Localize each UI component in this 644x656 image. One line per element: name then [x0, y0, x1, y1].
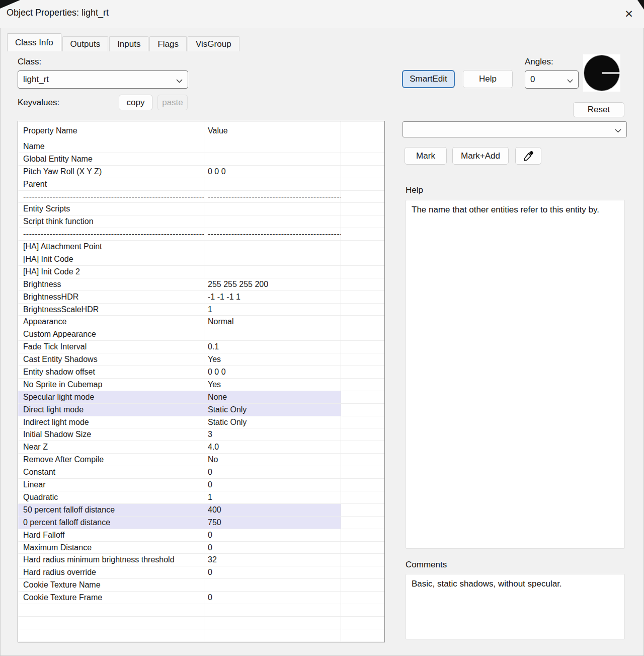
- table-row[interactable]: Hard radius override0: [18, 566, 384, 579]
- property-value-cell[interactable]: [204, 617, 341, 629]
- property-value-cell[interactable]: [204, 328, 341, 340]
- property-name-cell[interactable]: Cookie Texture Frame: [18, 592, 204, 604]
- property-name-cell[interactable]: Script think function: [18, 215, 204, 228]
- table-row[interactable]: Maximum Distance0: [18, 542, 384, 554]
- paste-button[interactable]: paste: [157, 95, 188, 110]
- property-name-cell[interactable]: Specular light mode: [18, 391, 204, 403]
- table-row[interactable]: Entity shadow offset0 0 0: [18, 366, 384, 379]
- column-header-property-name[interactable]: Property Name: [18, 121, 204, 140]
- property-name-cell[interactable]: Hard radius minimum brightness threshold: [18, 554, 204, 566]
- table-row[interactable]: Brightness255 255 255 200: [18, 278, 384, 291]
- tab-flags[interactable]: Flags: [149, 36, 187, 51]
- property-value-cell[interactable]: Normal: [204, 316, 341, 328]
- property-name-cell[interactable]: Custom Appearance: [18, 328, 204, 340]
- property-name-cell[interactable]: Cookie Texture Name: [18, 579, 204, 591]
- property-value-cell[interactable]: 0: [204, 479, 341, 491]
- property-value-cell[interactable]: 1: [204, 491, 341, 503]
- property-value-cell[interactable]: [204, 140, 341, 153]
- property-name-cell[interactable]: Fade Tick Interval: [18, 341, 204, 353]
- table-row[interactable]: Hard radius minimum brightness threshold…: [18, 554, 384, 566]
- table-row[interactable]: Linear0: [18, 479, 384, 491]
- table-row[interactable]: Name: [18, 140, 384, 153]
- property-name-cell[interactable]: Appearance: [18, 316, 204, 328]
- property-value-cell[interactable]: None: [204, 391, 341, 403]
- tab-visgroup[interactable]: VisGroup: [188, 36, 239, 51]
- property-value-cell[interactable]: ----------------------------------------…: [204, 191, 341, 203]
- property-name-cell[interactable]: Hard radius override: [18, 566, 204, 578]
- property-name-cell[interactable]: Maximum Distance: [18, 542, 204, 554]
- angle-dial[interactable]: [583, 54, 620, 92]
- property-value-cell[interactable]: Yes: [204, 379, 341, 391]
- table-separator-row[interactable]: ----------------------------------------…: [18, 191, 384, 203]
- table-row[interactable]: BrightnessHDR-1 -1 -1 1: [18, 291, 384, 304]
- property-value-cell[interactable]: 0 0 0: [204, 166, 341, 178]
- property-name-cell[interactable]: ----------------------------------------…: [18, 228, 204, 240]
- table-row[interactable]: [HA] Attachment Point: [18, 241, 384, 253]
- tab-outputs[interactable]: Outputs: [62, 36, 109, 51]
- table-row[interactable]: [18, 629, 384, 642]
- copy-button[interactable]: copy: [119, 95, 152, 110]
- table-row[interactable]: Parent: [18, 178, 384, 191]
- property-name-cell[interactable]: Hard Falloff: [18, 529, 204, 541]
- property-value-cell[interactable]: 0: [204, 592, 341, 604]
- table-row[interactable]: 0 percent falloff distance750: [18, 517, 384, 529]
- property-name-cell[interactable]: Quadratic: [18, 491, 204, 503]
- property-name-cell[interactable]: Name: [18, 140, 204, 153]
- property-value-cell[interactable]: [204, 629, 341, 641]
- keyvalue-filter-combobox[interactable]: [403, 121, 627, 137]
- property-value-cell[interactable]: No: [204, 454, 341, 466]
- table-row[interactable]: Indirect light modeStatic Only: [18, 416, 384, 429]
- property-name-cell[interactable]: Brightness: [18, 278, 204, 290]
- property-name-cell[interactable]: Pitch Yaw Roll (X Y Z): [18, 166, 204, 178]
- property-name-cell[interactable]: BrightnessHDR: [18, 291, 204, 303]
- table-row[interactable]: Cookie Texture Name: [18, 579, 384, 592]
- property-value-cell[interactable]: [204, 579, 341, 591]
- table-row[interactable]: Near Z4.0: [18, 441, 384, 454]
- property-value-cell[interactable]: 750: [204, 517, 341, 529]
- property-value-cell[interactable]: 0: [204, 529, 341, 541]
- property-name-cell[interactable]: ----------------------------------------…: [18, 191, 204, 203]
- pick-entity-button[interactable]: [515, 147, 541, 165]
- property-value-cell[interactable]: Yes: [204, 353, 341, 366]
- property-value-cell[interactable]: 0.1: [204, 341, 341, 353]
- table-row[interactable]: Specular light modeNone: [18, 391, 384, 404]
- property-value-cell[interactable]: 0: [204, 542, 341, 554]
- property-value-cell[interactable]: 1: [204, 304, 341, 316]
- property-name-cell[interactable]: [HA] Init Code 2: [18, 266, 204, 278]
- property-name-cell[interactable]: Initial Shadow Size: [18, 428, 204, 441]
- property-name-cell[interactable]: Entity shadow offset: [18, 366, 204, 378]
- table-row[interactable]: Pitch Yaw Roll (X Y Z)0 0 0: [18, 166, 384, 178]
- table-row[interactable]: Initial Shadow Size3: [18, 428, 384, 441]
- table-row[interactable]: Hard Falloff0: [18, 529, 384, 542]
- table-row[interactable]: Fade Tick Interval0.1: [18, 341, 384, 353]
- property-value-cell[interactable]: [204, 203, 341, 215]
- property-value-cell[interactable]: [204, 178, 341, 190]
- property-value-cell[interactable]: [204, 604, 341, 616]
- property-value-cell[interactable]: [204, 241, 341, 253]
- table-row[interactable]: No Sprite in CubemapYes: [18, 379, 384, 391]
- property-value-cell[interactable]: 3: [204, 428, 341, 441]
- property-value-cell[interactable]: 0 0 0: [204, 366, 341, 378]
- property-name-cell[interactable]: Remove After Compile: [18, 454, 204, 466]
- property-value-cell[interactable]: -1 -1 -1 1: [204, 291, 341, 303]
- property-name-cell[interactable]: Entity Scripts: [18, 203, 204, 215]
- table-row[interactable]: BrightnessScaleHDR1: [18, 304, 384, 316]
- table-row[interactable]: Custom Appearance: [18, 328, 384, 341]
- property-value-cell[interactable]: 0: [204, 566, 341, 578]
- property-value-cell[interactable]: [204, 266, 341, 278]
- property-name-cell[interactable]: Global Entity Name: [18, 153, 204, 165]
- table-row[interactable]: Remove After CompileNo: [18, 454, 384, 466]
- property-name-cell[interactable]: [18, 629, 204, 641]
- property-name-cell[interactable]: Direct light mode: [18, 404, 204, 416]
- property-name-cell[interactable]: 0 percent falloff distance: [18, 517, 204, 529]
- property-name-cell[interactable]: [18, 604, 204, 616]
- table-row[interactable]: Entity Scripts: [18, 203, 384, 215]
- property-value-cell[interactable]: [204, 253, 341, 265]
- table-row[interactable]: Script think function: [18, 215, 384, 228]
- property-name-cell[interactable]: Indirect light mode: [18, 416, 204, 428]
- table-row[interactable]: Global Entity Name: [18, 153, 384, 166]
- table-row[interactable]: Cookie Texture Frame0: [18, 592, 384, 604]
- table-row[interactable]: [18, 617, 384, 629]
- table-row[interactable]: Cast Entity ShadowsYes: [18, 353, 384, 366]
- property-value-cell[interactable]: ----------------------------------------…: [204, 228, 341, 240]
